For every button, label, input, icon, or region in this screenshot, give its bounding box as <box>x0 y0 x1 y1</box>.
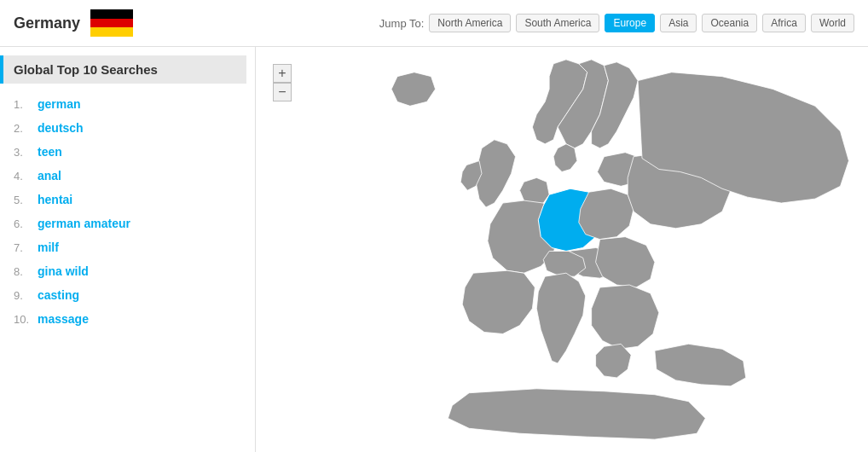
search-term[interactable]: deutsch <box>38 121 84 135</box>
zoom-controls: + − <box>273 64 292 101</box>
search-rank: 4. <box>14 170 38 183</box>
list-item: 6.german amateur <box>0 212 255 235</box>
search-term[interactable]: teen <box>38 145 62 159</box>
nav-oceania[interactable]: Oceania <box>702 14 757 32</box>
nav-africa[interactable]: Africa <box>762 14 806 32</box>
greece-shape <box>596 344 632 378</box>
italy-shape <box>536 273 585 363</box>
search-term[interactable]: hentai <box>38 193 72 206</box>
flag-red-stripe <box>90 19 133 28</box>
flag <box>90 9 133 37</box>
nav-europe[interactable]: Europe <box>605 14 655 32</box>
country-info: Germany <box>14 9 133 37</box>
turkey-shape <box>655 344 746 385</box>
list-item: 4.anal <box>0 164 255 188</box>
list-item: 1.german <box>0 92 255 116</box>
nav-north-america[interactable]: North America <box>429 14 511 32</box>
nav-south-america[interactable]: South America <box>516 14 599 32</box>
flag-gold-stripe <box>90 27 133 37</box>
country-name: Germany <box>14 14 80 32</box>
iberia-shape <box>462 270 535 333</box>
search-term[interactable]: german amateur <box>38 217 130 230</box>
poland-shape <box>579 188 634 239</box>
nav-world[interactable]: World <box>811 14 854 32</box>
list-item: 5.hentai <box>0 188 255 212</box>
denmark-shape <box>553 144 577 172</box>
search-term[interactable]: german <box>38 97 81 111</box>
searches-title: Global Top 10 Searches <box>0 55 246 84</box>
search-rank: 5. <box>14 194 38 206</box>
sidebar: Global Top 10 Searches 1.german2.deutsch… <box>0 47 256 452</box>
search-rank: 10. <box>14 313 38 326</box>
zoom-out-button[interactable]: − <box>273 83 292 101</box>
jump-to-label: Jump To: <box>379 17 425 30</box>
search-term[interactable]: gina wild <box>38 264 89 278</box>
hungary-shape <box>596 237 655 287</box>
list-item: 10.massage <box>0 307 255 331</box>
map-area: + − <box>256 47 868 452</box>
search-rank: 9. <box>14 289 38 302</box>
search-rank: 8. <box>14 265 38 278</box>
main-content: Global Top 10 Searches 1.german2.deutsch… <box>0 47 868 452</box>
search-rank: 7. <box>14 241 38 254</box>
europe-map <box>256 47 868 452</box>
search-term[interactable]: milf <box>38 240 59 254</box>
list-item: 3.teen <box>0 140 255 164</box>
search-rank: 3. <box>14 146 38 159</box>
search-rank: 2. <box>14 122 38 135</box>
iceland-shape <box>391 72 435 107</box>
search-term[interactable]: massage <box>38 312 89 326</box>
search-term[interactable]: casting <box>38 288 79 302</box>
flag-black-stripe <box>90 9 133 19</box>
search-term[interactable]: anal <box>38 169 61 183</box>
nav-asia[interactable]: Asia <box>660 14 697 32</box>
list-item: 8.gina wild <box>0 259 255 283</box>
list-item: 9.casting <box>0 283 255 307</box>
header: Germany Jump To: North America South Ame… <box>0 0 868 47</box>
search-rank: 6. <box>14 217 38 230</box>
search-rank: 1. <box>14 98 38 111</box>
north-africa-shape <box>448 389 705 439</box>
list-item: 7.milf <box>0 235 255 259</box>
list-item: 2.deutsch <box>0 116 255 140</box>
jump-to-nav: Jump To: North America South America Eur… <box>379 14 854 32</box>
zoom-in-button[interactable]: + <box>273 64 292 83</box>
searches-list: 1.german2.deutsch3.teen4.anal5.hentai6.g… <box>0 92 255 331</box>
balkans-shape <box>592 285 659 349</box>
